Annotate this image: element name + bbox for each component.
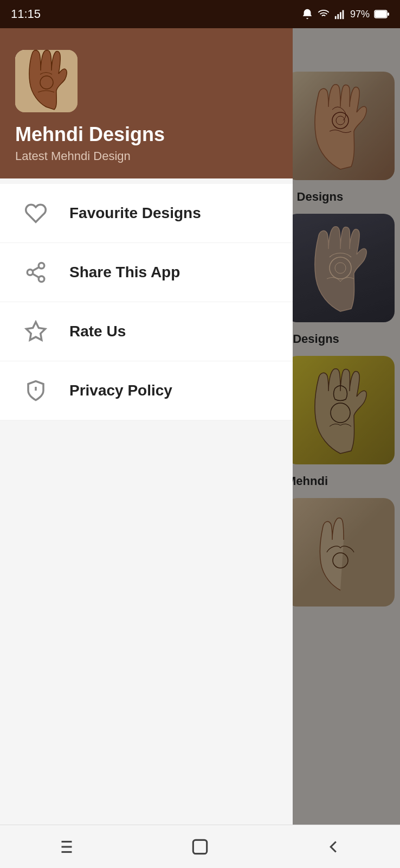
svg-rect-0 — [335, 16, 337, 19]
status-icons: 97% — [301, 8, 389, 20]
drawer-header: Mehndi Designs Latest Mehndi Design — [0, 28, 293, 178]
recents-icon — [56, 837, 77, 857]
home-icon — [190, 837, 210, 857]
battery-icon — [374, 10, 389, 18]
status-time: 11:15 — [11, 7, 41, 21]
share-icon — [22, 258, 50, 286]
favourites-label: Favourite Designs — [69, 205, 201, 222]
drawer-app-name: Mehndi Designs — [15, 123, 278, 146]
privacy-label: Privacy Policy — [69, 382, 172, 399]
svg-rect-3 — [343, 10, 344, 19]
back-button[interactable] — [312, 831, 355, 863]
svg-rect-2 — [340, 12, 341, 19]
back-icon — [323, 837, 344, 857]
drawer-menu: Favourite Designs Share This App — [0, 178, 293, 868]
notification-icon — [301, 8, 313, 20]
menu-item-privacy[interactable]: Privacy Policy — [0, 361, 293, 420]
recents-button[interactable] — [45, 831, 88, 863]
info-shield-icon — [22, 376, 50, 405]
signal-icon — [334, 8, 346, 20]
svg-rect-5 — [375, 11, 386, 17]
app-icon-inner — [15, 50, 78, 112]
svg-point-17 — [38, 276, 44, 282]
svg-line-18 — [33, 274, 39, 278]
star-icon — [22, 317, 50, 346]
navigation-drawer: Mehndi Designs Latest Mehndi Design Favo… — [0, 28, 293, 868]
menu-item-rate[interactable]: Rate Us — [0, 302, 293, 361]
share-label: Share This App — [69, 264, 180, 281]
status-bar: 11:15 97% — [0, 0, 400, 28]
svg-line-19 — [33, 267, 39, 271]
wifi-icon — [318, 8, 330, 20]
svg-point-15 — [38, 263, 44, 269]
drawer-app-subtitle: Latest Mehndi Design — [15, 149, 278, 163]
app-icon-image — [15, 50, 78, 112]
rate-label: Rate Us — [69, 323, 126, 340]
svg-marker-20 — [27, 322, 46, 340]
menu-item-share[interactable]: Share This App — [0, 243, 293, 302]
home-button[interactable] — [178, 831, 222, 863]
heart-icon — [22, 199, 50, 227]
menu-item-favourites[interactable]: Favourite Designs — [0, 184, 293, 243]
bottom-nav — [0, 825, 400, 868]
svg-rect-1 — [337, 14, 339, 19]
svg-point-16 — [27, 270, 33, 276]
main-container: d Designs l Designs — [0, 28, 400, 868]
svg-rect-6 — [388, 12, 389, 16]
app-icon — [15, 50, 78, 112]
battery-text: 97% — [350, 9, 370, 20]
svg-rect-26 — [193, 840, 207, 853]
